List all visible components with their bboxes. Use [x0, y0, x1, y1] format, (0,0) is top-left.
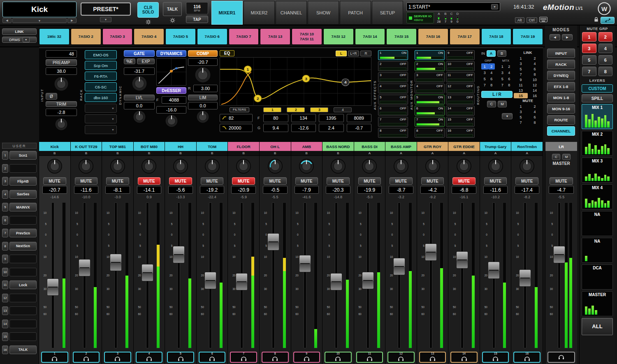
link-6[interactable]: 6 [528, 66, 542, 72]
user-assign-10[interactable] [9, 268, 37, 276]
layer-mix-2[interactable]: MIX 2 [582, 131, 613, 156]
aux-fx-send-3[interactable]: 3OFF [378, 72, 408, 82]
channel-select-8[interactable]: 7ASI 13 [260, 28, 290, 45]
mute-group-3[interactable]: 3 [582, 44, 596, 53]
channel-footer[interactable]: 12 [387, 352, 415, 363]
mode-rack[interactable]: RACK [547, 60, 575, 69]
aux-monitor-send-12[interactable]: 12OFF [446, 83, 475, 93]
fader-track[interactable] [177, 202, 180, 348]
session-display[interactable]: 1:START* ▼ [406, 2, 500, 11]
channel-footer[interactable]: 8 [262, 352, 289, 363]
fader-gain-display[interactable]: -5.6 [168, 186, 193, 194]
rack-slot-empty[interactable]: ▼ [85, 114, 117, 123]
aux-monitor-send-4[interactable]: 4OFF [415, 83, 445, 93]
lr-routing-button[interactable]: L / R [481, 91, 513, 98]
channel-select-11[interactable]: 7ASI 14 [355, 28, 385, 45]
channel-select-7[interactable]: 7ASIO 7 [229, 28, 259, 45]
layer-dca[interactable]: DCA [582, 264, 613, 290]
eq-graph[interactable]: 1234 [220, 57, 371, 106]
mode-channel[interactable]: CHANNEL [547, 126, 575, 136]
fader-handle[interactable] [204, 272, 216, 289]
next-channel-button[interactable]: ▶ [67, 18, 77, 23]
channel-select-2[interactable]: 7ASIO 2 [71, 28, 101, 45]
fader-handle[interactable] [393, 258, 405, 275]
deesser-button[interactable]: DeESSER [156, 87, 186, 94]
fader-handle[interactable] [425, 243, 437, 261]
mute-button[interactable]: MUTE [106, 177, 129, 185]
mute-group-6[interactable]: 6 [598, 55, 613, 65]
channel-name-tab[interactable]: BASS DI [354, 142, 385, 151]
lock-icon[interactable] [594, 16, 598, 24]
mute-group-5[interactable]: 5 [582, 55, 596, 65]
user-assign-13[interactable] [9, 306, 37, 315]
aux-monitor-send-10[interactable]: 10OFF [446, 61, 475, 71]
user-assign-SavSes[interactable]: SavSes [9, 190, 37, 199]
fader-gain-display[interactable]: -11.6 [74, 186, 99, 194]
link-mute-1[interactable]: 1 [514, 104, 528, 109]
prev-channel-button[interactable]: ◀ [2, 18, 12, 23]
channel-name-tab[interactable]: TOM [197, 142, 228, 151]
preamp-gain-display[interactable]: 38.0 [46, 67, 77, 75]
solo-settings-gear-icon[interactable] [146, 19, 151, 25]
mute-button[interactable]: MUTE [421, 177, 444, 185]
eq-gain-4[interactable]: -0.7 [347, 124, 372, 132]
tab-show[interactable]: SHOW [308, 1, 339, 25]
mtx-assign-2[interactable]: 2 [506, 63, 513, 70]
mute-group-8[interactable]: 8 [598, 67, 613, 76]
user-assign-15[interactable] [9, 332, 37, 341]
channel-footer[interactable]: 7 [230, 352, 257, 363]
user-key-13[interactable]: 13 [2, 306, 8, 315]
aux-monitor-send-14[interactable]: 14OFF [446, 106, 475, 116]
rack-slot-empty[interactable]: ▼ [85, 125, 117, 134]
channel-footer[interactable]: 10 [325, 352, 352, 363]
user-key-15[interactable]: 15 [2, 332, 8, 341]
channel-footer[interactable] [547, 352, 575, 363]
user-key-10[interactable]: 10 [2, 268, 8, 276]
spill-button[interactable]: SPILL [582, 94, 613, 102]
fader-gain-display[interactable]: -17.4 [515, 186, 539, 194]
group-select-dropdown[interactable]: DRMS ▼ [2, 37, 37, 43]
monitor-b-button[interactable]: B [497, 50, 506, 57]
master-mono-button[interactable]: M [562, 154, 571, 160]
channel-name-tab[interactable]: GTR EDDIE [448, 142, 480, 151]
aux-monitor-send-6[interactable]: 6ON [415, 106, 445, 116]
fader-gain-display[interactable]: -11.6 [483, 186, 508, 194]
channel-name-tab[interactable]: RonTrmbn [511, 142, 543, 151]
talk-button[interactable]: TALK [163, 2, 182, 16]
mute-button[interactable]: MUTE [169, 177, 192, 185]
channel-footer[interactable]: 3 [104, 352, 131, 363]
eq-mode-l+r[interactable]: L+R [348, 51, 359, 56]
channel-name-tab[interactable]: Trump Gary [480, 142, 511, 151]
user-key-8[interactable]: 8 [2, 242, 8, 250]
master-center-button[interactable]: C [552, 154, 560, 160]
eq-freq-1[interactable]: 80 [263, 114, 288, 122]
gate-button[interactable]: GATE [124, 50, 155, 57]
aux-fx-send-1[interactable]: 1ON [378, 50, 408, 60]
channel-select-16[interactable]: 7ASI 19 [513, 28, 543, 45]
eq-band-tab-2[interactable]: 2 [287, 107, 305, 112]
channel-select-9[interactable]: 7ASI 107ASI 11 [292, 28, 322, 45]
link-1[interactable]: 1 [514, 56, 528, 61]
link-9[interactable]: 9 [514, 77, 528, 82]
link-16[interactable]: 16 [528, 93, 542, 98]
fader-gain-display[interactable]: -7.9 [295, 186, 319, 194]
user-assign-9[interactable] [9, 255, 37, 263]
eq-mode-l[interactable]: L [336, 51, 347, 56]
aux-fx-send-7[interactable]: 7OFF [378, 117, 408, 127]
center-button[interactable]: C [487, 101, 496, 107]
ratio-display[interactable]: 3.00 [193, 85, 218, 92]
channel-select-13[interactable]: 7ASI 16 [418, 28, 448, 45]
lpf-freq-display[interactable]: 20000 [220, 124, 253, 132]
tap-tempo-button[interactable]: TAP [186, 16, 208, 23]
channel-name-tab[interactable]: K OUT TF29 [71, 142, 102, 151]
user-assign-Scn1[interactable]: Scn1 [9, 151, 37, 160]
link-12[interactable]: 12 [528, 82, 542, 88]
pan-knob[interactable] [228, 156, 259, 176]
channel-select-10[interactable]: 7ASI 12 [323, 28, 354, 45]
user-key-16[interactable]: 16 [2, 345, 8, 354]
fader-track[interactable] [558, 202, 561, 348]
pan-knob[interactable] [511, 156, 543, 176]
limiter-button[interactable]: LIM [188, 95, 218, 100]
fader-track[interactable] [304, 202, 306, 348]
channel-name-tab[interactable]: BASS NORD [322, 142, 354, 151]
